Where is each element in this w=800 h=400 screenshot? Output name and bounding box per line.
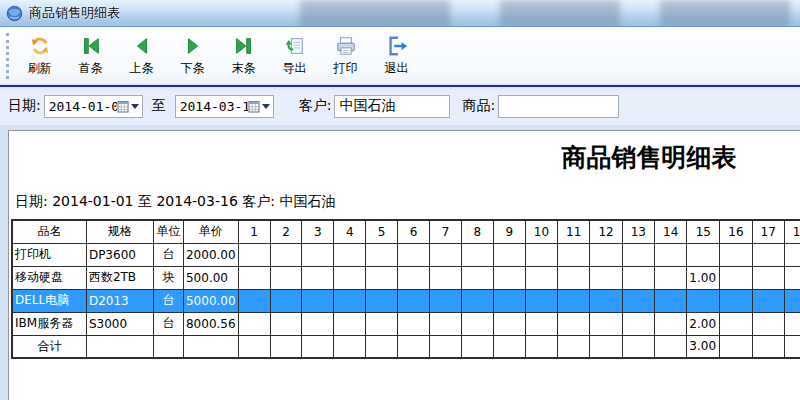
sales-detail-table: 品名规格单位单价123456789101112131415161718 打印机D…: [11, 219, 800, 359]
exit-button[interactable]: 退出: [371, 30, 422, 82]
table-day-cell: [461, 312, 493, 335]
table-column-header: 12: [590, 220, 622, 243]
table-day-cell: [366, 335, 398, 358]
table-day-cell: [270, 243, 302, 266]
globe-app-icon: [6, 5, 23, 22]
table-day-cell: [366, 312, 398, 335]
table-day-cell: [687, 289, 720, 312]
table-cell: 台: [154, 312, 184, 335]
window-title: 商品销售明细表: [29, 4, 120, 22]
previous-record-button[interactable]: 上条: [116, 30, 167, 82]
table-day-cell: [334, 266, 366, 289]
toolbar-grip[interactable]: [6, 33, 10, 79]
table-day-cell: [784, 289, 800, 312]
table-day-cell: [302, 243, 334, 266]
product-label: 商品:: [462, 97, 495, 115]
table-row[interactable]: 打印机DP3600台2000.00: [12, 243, 800, 266]
table-day-cell: [752, 266, 784, 289]
table-column-header: 4: [334, 220, 366, 243]
date-from-input[interactable]: [49, 99, 117, 114]
table-day-cell: [590, 335, 622, 358]
table-day-cell: [558, 266, 590, 289]
table-day-cell: [752, 335, 784, 358]
table-row[interactable]: IBM服务器S3000台8000.562.00: [12, 312, 800, 335]
table-row[interactable]: DELL电脑D2013台5000.00: [12, 289, 800, 312]
dropdown-caret-icon: [131, 104, 139, 109]
table-day-cell: [720, 266, 752, 289]
toolbar-button-label: 退出: [385, 60, 409, 77]
table-day-cell: [493, 243, 525, 266]
refresh-button[interactable]: 刷新: [14, 30, 65, 82]
toolbar-button-label: 刷新: [28, 60, 52, 77]
table-day-cell: [493, 335, 525, 358]
table-cell: S3000: [86, 312, 153, 335]
report-subtitle: 日期: 2014-01-01 至 2014-03-16 客户: 中国石油: [15, 193, 335, 211]
table-day-cell: [590, 289, 622, 312]
calendar-icon: [248, 100, 260, 113]
filter-bar: 日期: 至 客户: [0, 87, 800, 125]
table-day-cell: [720, 289, 752, 312]
table-day-cell: [590, 312, 622, 335]
table-day-cell: [238, 289, 270, 312]
table-day-cell: [687, 243, 720, 266]
table-day-cell: [784, 335, 800, 358]
date-to-label: 至: [152, 97, 166, 115]
product-field[interactable]: [498, 95, 619, 118]
calendar-icon: [117, 100, 129, 113]
table-row[interactable]: 移动硬盘西数2TB块500.001.00: [12, 266, 800, 289]
table-day-cell: [398, 312, 430, 335]
table-day-cell: [430, 289, 462, 312]
table-cell: 块: [154, 266, 184, 289]
table-day-cell: [655, 266, 687, 289]
table-cell: [183, 335, 238, 358]
table-cell: 5000.00: [183, 289, 238, 312]
table-day-cell: 1.00: [687, 266, 720, 289]
table-day-cell: [430, 266, 462, 289]
table-day-cell: [752, 243, 784, 266]
date-from-picker[interactable]: [44, 95, 143, 118]
app-window: 商品销售明细表 刷新 首条 上条: [0, 0, 800, 400]
table-day-cell: [622, 289, 654, 312]
date-to-input[interactable]: [180, 99, 248, 114]
table-day-cell: [752, 312, 784, 335]
table-column-header: 6: [398, 220, 430, 243]
customer-field[interactable]: [334, 95, 450, 118]
table-day-cell: [558, 289, 590, 312]
table-column-header: 16: [720, 220, 752, 243]
toolbar-button-label: 下条: [181, 60, 205, 77]
first-record-button[interactable]: 首条: [65, 30, 116, 82]
table-column-header: 8: [461, 220, 493, 243]
dropdown-caret-icon: [262, 104, 270, 109]
next-record-button[interactable]: 下条: [167, 30, 218, 82]
table-day-cell: [302, 335, 334, 358]
table-day-cell: [270, 335, 302, 358]
table-day-cell: [270, 266, 302, 289]
table-column-header: 13: [622, 220, 654, 243]
table-cell: [154, 335, 184, 358]
table-column-header: 9: [493, 220, 525, 243]
table-column-header: 2: [270, 220, 302, 243]
table-cell: 移动硬盘: [12, 266, 86, 289]
exit-icon: [386, 35, 408, 57]
table-day-cell: [493, 266, 525, 289]
titlebar-glass-blur: [300, 0, 450, 27]
table-day-cell: [461, 335, 493, 358]
product-input[interactable]: [503, 98, 616, 114]
table-row[interactable]: 合计3.00: [12, 335, 800, 358]
table-day-cell: [784, 312, 800, 335]
table-day-cell: [398, 335, 430, 358]
print-button[interactable]: 打印: [320, 30, 371, 82]
last-record-button[interactable]: 末条: [218, 30, 269, 82]
print-icon: [335, 35, 357, 57]
table-day-cell: [366, 289, 398, 312]
date-to-picker[interactable]: [175, 95, 274, 118]
table-day-cell: [302, 289, 334, 312]
customer-input[interactable]: [339, 98, 447, 114]
table-header-row: 品名规格单位单价123456789101112131415161718: [12, 220, 800, 243]
export-button[interactable]: 导出: [269, 30, 320, 82]
table-cell: 西数2TB: [86, 266, 153, 289]
table-column-header: 11: [558, 220, 590, 243]
titlebar-glass-blur: [500, 0, 620, 27]
toolbar: 刷新 首条 上条 下条 末条: [0, 27, 800, 85]
table-day-cell: [558, 312, 590, 335]
